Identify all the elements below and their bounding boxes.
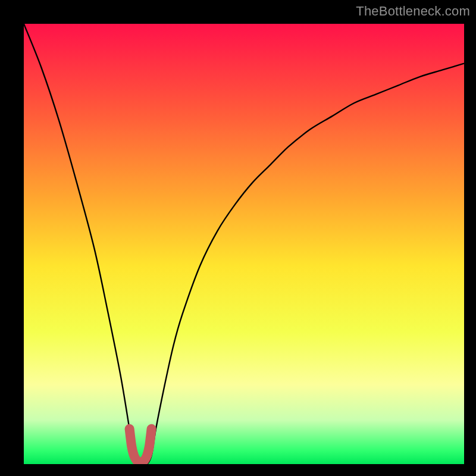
- watermark-text: TheBottleneck.com: [356, 4, 470, 19]
- chart-frame: TheBottleneck.com: [0, 0, 476, 476]
- chart-svg: [24, 24, 464, 464]
- plot-area: [24, 24, 464, 464]
- bottleneck-curve: [24, 24, 464, 464]
- bottleneck-region: [130, 429, 152, 462]
